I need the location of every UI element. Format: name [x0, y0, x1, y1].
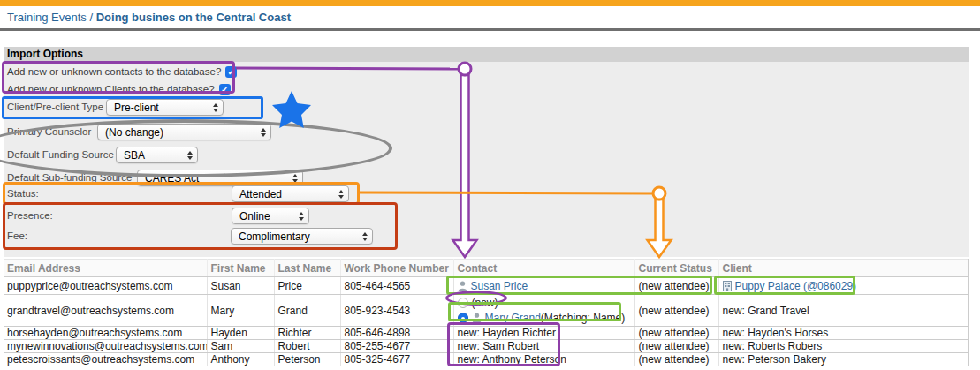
- client-cell: new: Peterson Bakery: [718, 353, 968, 366]
- select-spinner-icon: [338, 190, 344, 199]
- page-title: Doing busines on the Central Coast: [96, 11, 291, 24]
- status-select[interactable]: Attended: [232, 185, 349, 202]
- default-subfunding-source-label: Default Sub-funding Source: [7, 172, 132, 183]
- breadcrumb: Training Events / Doing busines on the C…: [7, 11, 291, 24]
- client-building-icon: [723, 281, 732, 291]
- first-name-cell: Hayden: [207, 327, 274, 340]
- col-contact: Contact: [453, 260, 634, 277]
- breadcrumb-separator: /: [87, 11, 96, 24]
- contact-cell: new: Hayden Richter: [453, 327, 634, 340]
- contact-cell: new: Sam Robert: [453, 340, 634, 353]
- email-cell: petescroissants@outreachsystems.com: [4, 353, 207, 366]
- import-options-page: Training Events / Doing busines on the C…: [0, 0, 980, 370]
- default-funding-source-label: Default Funding Source: [7, 149, 114, 160]
- table-row: mynewinnovations@outreachsystems.com Sam…: [4, 340, 968, 353]
- contact-new-label: (new): [472, 297, 498, 309]
- add-contacts-label: Add new or unknown contacts to the datab…: [7, 66, 221, 77]
- phone-cell: 805-325-4677: [340, 353, 453, 366]
- fee-row: Fee: Complimentary: [7, 226, 961, 247]
- primary-counselor-value: (No change): [105, 126, 163, 139]
- email-cell: mynewinnovations@outreachsystems.com: [4, 340, 207, 353]
- select-spinner-icon: [292, 174, 298, 183]
- table-row: puppyprice@outreachsystems.com Susan Pri…: [4, 277, 968, 295]
- first-name-cell: Susan: [207, 277, 274, 295]
- first-name-cell: Anthony: [207, 353, 274, 366]
- presence-row: Presence: Online: [7, 206, 961, 227]
- client-cell: new: Roberts Robers: [718, 340, 968, 353]
- person-icon: [472, 313, 482, 323]
- status-row: Status: Attended: [7, 184, 961, 205]
- contact-new-radio[interactable]: [458, 298, 468, 308]
- contact-link[interactable]: Susan Price: [471, 280, 528, 292]
- current-status-cell: (new attendee): [634, 327, 718, 340]
- table-row: grandtravel@outreachsystems.com Mary Gra…: [4, 295, 968, 327]
- phone-cell: 805-255-4677: [340, 340, 453, 353]
- contact-link[interactable]: Mary Grand: [485, 312, 541, 324]
- contact-cell: Susan Price: [453, 277, 634, 295]
- add-contacts-checkbox[interactable]: ✓: [225, 66, 237, 78]
- contact-cell: new: Anthony Peterson: [453, 353, 634, 366]
- fee-select[interactable]: Complimentary: [231, 228, 373, 245]
- primary-counselor-row: Primary Counselor (No change): [7, 122, 961, 143]
- current-status-cell: (new attendee): [634, 295, 718, 327]
- phone-cell: 805-464-4565: [340, 277, 453, 295]
- client-type-select[interactable]: Pre-client: [106, 99, 224, 116]
- divider-rule: [0, 28, 980, 31]
- email-cell: puppyprice@outreachsystems.com: [4, 277, 207, 295]
- status-label: Status:: [7, 188, 39, 199]
- fee-value: Complimentary: [239, 230, 310, 243]
- default-funding-source-select[interactable]: SBA: [116, 147, 198, 163]
- add-clients-checkbox[interactable]: ✓: [219, 84, 231, 95]
- default-funding-source-row: Default Funding Source SBA: [7, 145, 961, 166]
- add-contacts-row: Add new or unknown contacts to the datab…: [7, 64, 237, 79]
- matching-note: (Matching: Name): [541, 312, 625, 324]
- email-cell: grandtravel@outreachsystems.com: [4, 295, 207, 327]
- col-first-name: First Name: [207, 260, 274, 277]
- current-status-cell: (new attendee): [634, 353, 718, 366]
- default-subfunding-source-value: CARES Act: [145, 172, 199, 185]
- add-clients-row: Add new or unknown Clients to the databa…: [7, 82, 231, 96]
- last-name-cell: Robert: [274, 340, 340, 353]
- client-type-label: Client/Pre-client Type: [7, 102, 103, 112]
- col-work-phone: Work Phone Number: [340, 260, 453, 277]
- table-row: petescroissants@outreachsystems.com Anth…: [4, 353, 968, 366]
- attendee-import-table: Email Address First Name Last Name Work …: [4, 259, 968, 366]
- client-cell: new: Grand Travel: [718, 295, 968, 327]
- phone-cell: 805-646-4898: [340, 327, 453, 340]
- person-icon: [458, 281, 467, 291]
- presence-select[interactable]: Online: [232, 208, 309, 224]
- current-status-cell: (new attendee): [634, 340, 718, 353]
- contact-match-radio[interactable]: [458, 313, 468, 323]
- client-cell: Puppy Palace (@086029): [718, 277, 968, 295]
- presence-value: Online: [239, 210, 270, 223]
- select-spinner-icon: [261, 128, 266, 137]
- col-current-status: Current Status: [634, 260, 718, 277]
- client-link[interactable]: Puppy Palace (@086029): [735, 280, 857, 292]
- col-email-address: Email Address: [4, 260, 207, 277]
- client-type-row: Client/Pre-client Type Pre-client: [7, 97, 961, 118]
- last-name-cell: Grand: [274, 295, 340, 327]
- primary-counselor-select[interactable]: (No change): [97, 124, 271, 140]
- table-header-row: Email Address First Name Last Name Work …: [4, 260, 968, 277]
- primary-counselor-label: Primary Counselor: [7, 126, 91, 137]
- last-name-cell: Peterson: [274, 353, 340, 366]
- top-accent-bar: [0, 0, 980, 6]
- col-last-name: Last Name: [274, 260, 340, 277]
- last-name-cell: Richter: [274, 327, 340, 340]
- phone-cell: 805-923-4543: [340, 295, 453, 327]
- fee-label: Fee:: [7, 230, 27, 241]
- status-value: Attended: [239, 188, 282, 200]
- select-spinner-icon: [299, 212, 304, 221]
- breadcrumb-training-events-link[interactable]: Training Events: [7, 11, 87, 24]
- select-spinner-icon: [187, 151, 193, 160]
- email-cell: horsehayden@outreachsystems.com: [4, 327, 207, 340]
- select-spinner-icon: [362, 232, 368, 241]
- last-name-cell: Price: [274, 277, 340, 295]
- client-cell: new: Hayden's Horses: [718, 327, 968, 340]
- table-row: horsehayden@outreachsystems.com Hayden R…: [4, 327, 968, 340]
- import-options-header: Import Options: [4, 47, 969, 62]
- default-funding-source-value: SBA: [124, 149, 145, 162]
- first-name-cell: Sam: [207, 340, 274, 353]
- contact-cell: (new) Mary Grand (Matching: Name): [453, 295, 634, 327]
- first-name-cell: Mary: [207, 295, 274, 327]
